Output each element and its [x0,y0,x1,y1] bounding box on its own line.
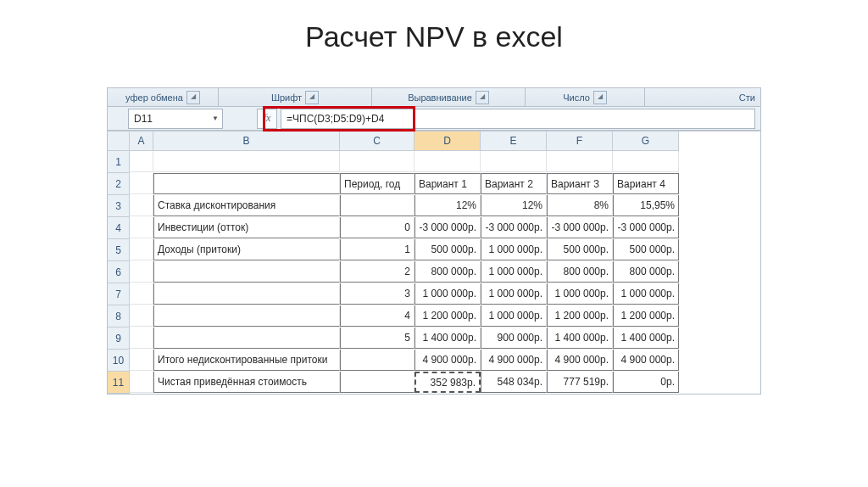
cell-period[interactable] [340,195,415,216]
cell-header-v3[interactable]: Вариант 3 [547,173,613,194]
cell-value[interactable]: 4 900 000р. [547,350,613,371]
spreadsheet-grid[interactable]: ABCDEFG12Период, годВариант 1Вариант 2Ва… [108,131,760,394]
cell-value[interactable]: 12% [481,195,547,216]
cell-period[interactable] [340,350,415,371]
row-header[interactable]: 1 [108,151,130,173]
row-header[interactable]: 8 [108,305,130,327]
fx-button[interactable]: fx [257,109,277,129]
cell-value[interactable]: 4 900 000р. [613,350,679,371]
cell-label[interactable] [153,283,340,305]
column-header[interactable]: G [613,132,679,151]
row-header[interactable]: 4 [108,217,130,239]
cell-value[interactable]: 548 034р. [481,372,547,393]
cell-value[interactable]: 352 983р. [415,372,481,393]
cell[interactable] [130,305,153,327]
cell-value[interactable]: 1 000 000р. [481,283,547,305]
cell-label[interactable]: Инвестиции (отток) [153,217,340,238]
cell-period[interactable]: 3 [340,283,415,305]
cell-value[interactable]: -3 000 000р. [547,217,613,238]
cell-period[interactable]: 2 [340,261,415,283]
cell-value[interactable]: 1 000 000р. [481,239,547,260]
cell[interactable] [130,327,153,349]
cell-value[interactable]: -3 000 000р. [613,217,679,238]
dialog-launcher-icon[interactable]: ◢ [476,91,489,104]
column-header[interactable]: C [340,132,415,151]
cell[interactable] [130,151,153,172]
cell-value[interactable]: 4 900 000р. [481,350,547,371]
cell[interactable] [130,217,153,238]
cell[interactable] [613,151,679,172]
cell[interactable] [130,173,153,194]
ribbon-group-clipboard[interactable]: уфер обмена ◢ [108,88,219,106]
cell-value[interactable]: 1 000 000р. [613,283,679,305]
cell-value[interactable]: 1 000 000р. [415,283,481,305]
cell[interactable] [153,173,340,194]
cell[interactable] [130,283,153,305]
cell-period[interactable]: 0 [340,217,415,238]
row-header[interactable]: 5 [108,239,130,261]
cell-value[interactable]: -3 000 000р. [415,217,481,238]
cell[interactable] [340,151,415,172]
cell-value[interactable]: 777 519р. [547,372,613,393]
row-header[interactable]: 3 [108,195,130,217]
cell-value[interactable]: 800 000р. [613,261,679,283]
cell-value[interactable]: 900 000р. [481,327,547,349]
cell-value[interactable]: 500 000р. [613,239,679,260]
formula-input[interactable]: =ЧПС(D3;D5:D9)+D4 [281,109,755,129]
cell-period[interactable]: 1 [340,239,415,260]
cell-label[interactable]: Ставка дисконтирования [153,195,340,216]
cell-period[interactable]: 4 [340,305,415,327]
cell-value[interactable]: 800 000р. [415,261,481,283]
column-header[interactable]: F [547,132,613,151]
dialog-launcher-icon[interactable]: ◢ [305,91,319,104]
name-box[interactable]: D11 ▼ [128,109,223,129]
cell-header-v4[interactable]: Вариант 4 [613,173,679,194]
select-all-corner[interactable] [108,132,130,151]
ribbon-group-styles[interactable]: Сти [645,88,760,106]
cell[interactable] [130,372,153,393]
row-header[interactable]: 11 [108,372,130,394]
cell-value[interactable]: 4 900 000р. [415,350,481,371]
cell-value[interactable]: 1 400 000р. [547,327,613,349]
cell-label[interactable] [153,327,340,349]
cell[interactable] [547,151,613,172]
row-header[interactable]: 10 [108,350,130,372]
cell-value[interactable]: 800 000р. [547,261,613,283]
cell-label[interactable] [153,305,340,327]
cell-value[interactable]: 500 000р. [415,239,481,260]
cell-value[interactable]: 15,95% [613,195,679,216]
ribbon-group-alignment[interactable]: Выравнивание ◢ [372,88,526,106]
cell[interactable] [415,151,481,172]
cell[interactable] [130,350,153,371]
row-header[interactable]: 2 [108,173,130,195]
cell-label[interactable]: Доходы (притоки) [153,239,340,260]
cell-value[interactable]: -3 000 000р. [481,217,547,238]
cell-value[interactable]: 0р. [613,372,679,393]
cell-label[interactable] [153,261,340,283]
cell-value[interactable]: 1 400 000р. [613,327,679,349]
cell[interactable] [130,239,153,260]
cell-value[interactable]: 8% [547,195,613,216]
cell-value[interactable]: 1 400 000р. [415,327,481,349]
cell-header-v2[interactable]: Вариант 2 [481,173,547,194]
cell-header-period[interactable]: Период, год [340,173,415,194]
cell-value[interactable]: 1 000 000р. [547,283,613,305]
cell-value[interactable]: 12% [415,195,481,216]
row-header[interactable]: 9 [108,327,130,350]
cell-header-v1[interactable]: Вариант 1 [415,173,481,194]
cell-value[interactable]: 1 200 000р. [613,305,679,327]
chevron-down-icon[interactable]: ▼ [209,115,222,122]
cell-period[interactable]: 5 [340,327,415,349]
dialog-launcher-icon[interactable]: ◢ [593,91,607,104]
cell[interactable] [130,195,153,216]
cell-label[interactable]: Чистая приведённая стоимость [153,372,340,393]
cell-value[interactable]: 1 200 000р. [415,305,481,327]
ribbon-group-font[interactable]: Шрифт ◢ [219,88,372,106]
row-header[interactable]: 7 [108,283,130,305]
cell[interactable] [130,261,153,283]
cell-value[interactable]: 1 000 000р. [481,305,547,327]
row-header[interactable]: 6 [108,261,130,283]
cell-value[interactable]: 1 000 000р. [481,261,547,283]
cell-value[interactable]: 500 000р. [547,239,613,260]
column-header[interactable]: B [153,132,340,151]
